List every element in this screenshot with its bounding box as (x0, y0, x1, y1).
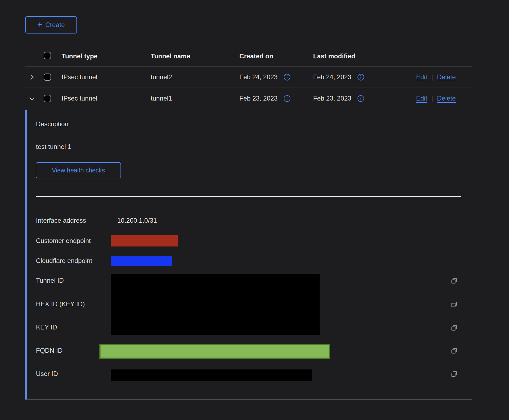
action-separator: | (431, 94, 433, 102)
row-checkbox[interactable] (44, 74, 51, 81)
user-id-label: User ID (36, 370, 58, 378)
create-button[interactable]: + Create (25, 16, 77, 34)
info-icon[interactable] (283, 74, 291, 81)
cell-tunnel-name: tunnel1 (151, 94, 172, 102)
cell-created-on: Feb 23, 2023 (239, 94, 291, 102)
info-icon[interactable] (357, 74, 364, 81)
key-id-label: KEY ID (36, 323, 57, 331)
cell-tunnel-type: IPsec tunnel (62, 94, 97, 102)
edit-link[interactable]: Edit (416, 73, 427, 81)
copy-icon[interactable] (451, 278, 457, 284)
section-divider (36, 196, 461, 197)
info-icon[interactable] (283, 95, 291, 102)
row-actions: Edit | Delete (416, 94, 456, 102)
description-label: Description (36, 120, 68, 128)
interface-address-value: 10.200.1.0/31 (117, 216, 157, 225)
user-id-redacted-value (111, 369, 312, 381)
created-on-date: Feb 24, 2023 (239, 73, 277, 81)
cloudflare-endpoint-label: Cloudflare endpoint (36, 257, 92, 265)
column-header-created-on: Created on (239, 52, 273, 60)
copy-icon[interactable] (451, 325, 457, 331)
cell-last-modified: Feb 23, 2023 (313, 94, 364, 102)
table-row: IPsec tunnel tunnel1 Feb 23, 2023 Feb 23… (25, 88, 472, 110)
tunnels-table: Tunnel type Tunnel name Created on Last … (25, 39, 472, 110)
edit-link[interactable]: Edit (416, 94, 427, 102)
cloudflare-endpoint-redacted-value (111, 256, 172, 266)
cell-created-on: Feb 24, 2023 (239, 73, 291, 81)
info-icon[interactable] (357, 95, 364, 102)
plus-icon: + (37, 21, 42, 29)
chevron-right-icon[interactable] (28, 74, 36, 81)
cell-tunnel-name: tunnel2 (151, 73, 172, 81)
cell-last-modified: Feb 24, 2023 (313, 73, 364, 81)
tunnel-details-panel: Description test tunnel 1 View health ch… (25, 110, 472, 400)
create-button-label: Create (45, 21, 65, 29)
delete-link[interactable]: Delete (437, 73, 456, 81)
last-modified-date: Feb 23, 2023 (313, 94, 351, 102)
row-actions: Edit | Delete (416, 73, 456, 81)
created-on-date: Feb 23, 2023 (239, 94, 277, 102)
view-health-checks-button[interactable]: View health checks (36, 162, 121, 178)
fqdn-id-redacted-value (99, 344, 330, 359)
chevron-down-icon[interactable] (28, 95, 36, 102)
fqdn-id-label: FQDN ID (36, 346, 63, 355)
cell-tunnel-type: IPsec tunnel (62, 73, 97, 81)
column-header-tunnel-type: Tunnel type (62, 52, 98, 60)
last-modified-date: Feb 24, 2023 (313, 73, 351, 81)
table-row: IPsec tunnel tunnel2 Feb 24, 2023 Feb 24… (25, 66, 472, 88)
table-header-row: Tunnel type Tunnel name Created on Last … (25, 39, 472, 66)
customer-endpoint-label: Customer endpoint (36, 237, 91, 245)
column-header-tunnel-name: Tunnel name (151, 52, 190, 60)
ids-redacted-value (111, 274, 320, 335)
action-separator: | (431, 73, 433, 81)
interface-address-label: Interface address (36, 216, 86, 225)
delete-link[interactable]: Delete (437, 94, 456, 102)
description-value: test tunnel 1 (36, 143, 71, 151)
copy-icon[interactable] (451, 371, 457, 377)
select-all-checkbox[interactable] (44, 52, 51, 59)
column-header-last-modified: Last modified (313, 52, 355, 60)
customer-endpoint-redacted-value (111, 235, 178, 246)
row-checkbox[interactable] (44, 95, 51, 102)
tunnel-id-label: Tunnel ID (36, 276, 64, 285)
hex-id-label: HEX ID (KEY ID) (36, 300, 85, 308)
copy-icon[interactable] (451, 348, 457, 354)
copy-icon[interactable] (451, 301, 457, 308)
